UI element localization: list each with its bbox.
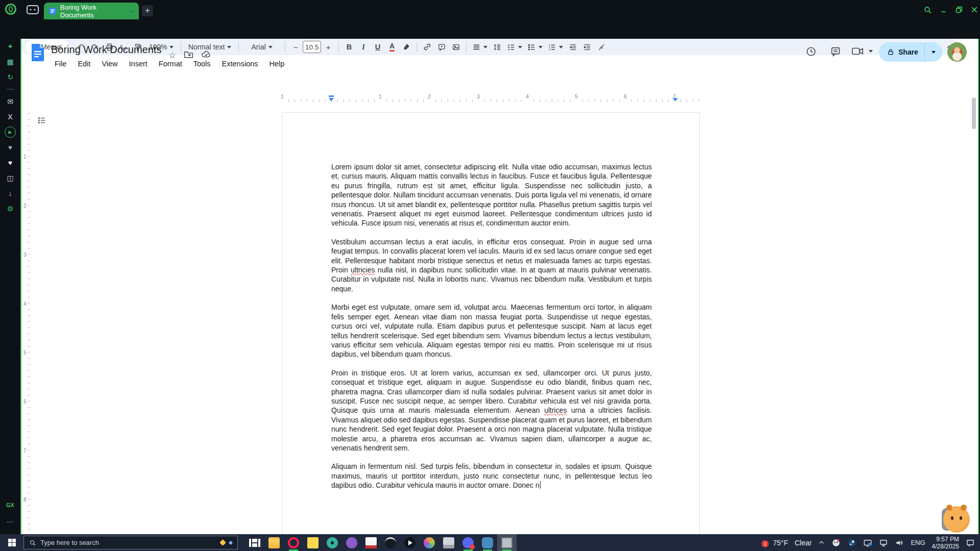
window-search-icon[interactable]	[922, 4, 933, 15]
comments-icon[interactable]	[830, 46, 841, 57]
italic-button[interactable]: I	[357, 40, 370, 54]
add-comment-button[interactable]	[435, 40, 448, 54]
menu-help[interactable]: Help	[265, 58, 289, 69]
text-color-button[interactable]: A	[385, 40, 399, 54]
menu-tools[interactable]: Tools	[189, 58, 215, 69]
github-desktop-icon[interactable]	[342, 534, 361, 551]
underline-button[interactable]: U	[371, 40, 384, 54]
clock[interactable]: 9:57 PM 4/28/2025	[932, 536, 959, 550]
paragraph[interactable]: Vestibulum accumsan lectus a erat iaculi…	[331, 237, 652, 293]
obs-studio-icon[interactable]	[381, 534, 400, 551]
menu-edit[interactable]: Edit	[73, 58, 95, 69]
share-button[interactable]: Share	[879, 42, 942, 62]
language-indicator[interactable]: ENG	[911, 539, 925, 546]
settings-icon[interactable]: ⚙	[0, 201, 20, 216]
bulleted-list-button[interactable]	[525, 40, 545, 54]
paragraph[interactable]: Aliquam in fermentum nisl. Sed turpis fe…	[331, 462, 652, 490]
vertical-ruler[interactable]: 12345678	[21, 93, 31, 534]
browser-tab[interactable]: Boring Work Documents –	[44, 3, 139, 19]
player-icon[interactable]: ▶	[0, 124, 20, 140]
menu-file[interactable]: File	[50, 58, 71, 69]
font-size-input[interactable]: 10.5	[303, 41, 321, 53]
sidebar-more-button[interactable]: ⋯	[0, 517, 20, 525]
gx-corner-icon[interactable]	[27, 5, 39, 14]
account-avatar[interactable]	[947, 42, 967, 62]
cloud-saved-icon[interactable]	[201, 50, 211, 58]
action-center-icon[interactable]	[966, 538, 975, 547]
steam-tray-icon[interactable]	[847, 538, 856, 547]
easy-setup-icon[interactable]: ↻	[0, 69, 20, 85]
weather-temp[interactable]: 75°F	[773, 539, 788, 547]
menu-extensions[interactable]: Extensions	[217, 58, 263, 69]
font-size-increase-button[interactable]: +	[322, 40, 335, 54]
notepad-plus-icon[interactable]	[361, 534, 381, 551]
godot-icon[interactable]	[478, 534, 497, 551]
insert-link-button[interactable]	[421, 40, 434, 54]
discord-tray-icon[interactable]	[831, 538, 841, 547]
window-close-button[interactable]	[969, 4, 980, 15]
insert-image-button[interactable]	[449, 40, 462, 54]
bold-button[interactable]: B	[342, 40, 356, 54]
downloads-icon[interactable]: ↓	[0, 186, 20, 201]
twitch-icon[interactable]: ◫	[0, 170, 20, 186]
window-restore-button[interactable]	[953, 4, 965, 15]
line-spacing-button[interactable]	[491, 40, 504, 54]
tray-expand-chevron[interactable]	[818, 539, 825, 546]
favorites-small-icon[interactable]: ♥	[0, 140, 20, 155]
weather-condition[interactable]: Clear	[795, 539, 812, 547]
right-indent-marker[interactable]	[673, 98, 678, 102]
new-tab-button[interactable]: +	[142, 5, 153, 16]
meet-video-icon[interactable]	[851, 46, 873, 56]
left-indent-marker[interactable]	[329, 98, 334, 102]
file-explorer-icon[interactable]	[264, 534, 284, 551]
font-select[interactable]: Arial	[242, 40, 281, 54]
m8-messenger-icon[interactable]: ✉	[0, 94, 20, 109]
printer-queue-icon[interactable]	[439, 534, 458, 551]
volume-tray-icon[interactable]	[895, 538, 904, 547]
x-social-icon[interactable]: X	[0, 109, 20, 124]
screenshot-tool-icon[interactable]	[497, 534, 517, 551]
workspace-icon[interactable]: ▦	[0, 54, 20, 69]
cast-tray-icon[interactable]	[863, 538, 872, 547]
task-view-icon[interactable]	[245, 534, 264, 551]
paint-app-icon[interactable]	[420, 534, 439, 551]
align-button[interactable]	[470, 40, 489, 54]
discord-icon[interactable]	[458, 534, 478, 551]
share-main[interactable]: Share	[879, 42, 924, 62]
document-outline-button[interactable]	[35, 113, 49, 128]
media-player-icon[interactable]	[400, 534, 420, 551]
favorites-icon[interactable]: ♥	[0, 155, 20, 170]
sticky-notes-icon[interactable]	[303, 534, 323, 551]
numbered-list-button[interactable]: 123	[546, 40, 565, 54]
menu-view[interactable]: View	[97, 58, 122, 69]
opera-gx-icon[interactable]	[284, 534, 303, 551]
first-line-indent-marker[interactable]	[329, 95, 334, 97]
gx-label[interactable]: GX	[0, 502, 20, 508]
opera-logo-icon[interactable]	[5, 4, 16, 15]
paragraph[interactable]: Lorem ipsum dolor sit amet, consectetur …	[331, 162, 652, 228]
font-size-decrease-button[interactable]: −	[289, 40, 302, 54]
scrollbar-thumb[interactable]	[972, 97, 976, 129]
decrease-indent-button[interactable]	[566, 40, 579, 54]
mascot-sticker[interactable]	[943, 506, 970, 533]
paragraph[interactable]: Proin in tristique eros. Ut at lorem var…	[331, 368, 652, 453]
docs-logo-icon[interactable]	[31, 43, 45, 62]
checklist-button[interactable]	[505, 40, 524, 54]
increase-indent-button[interactable]	[580, 40, 594, 54]
share-dropdown[interactable]	[924, 42, 942, 62]
document-text[interactable]: Lorem ipsum dolor sit amet, consectetur …	[331, 162, 652, 499]
document-title[interactable]: Boring Work Documents	[51, 44, 161, 56]
window-minimize-button[interactable]	[938, 4, 949, 15]
menu-format[interactable]: Format	[154, 58, 187, 69]
network-tray-icon[interactable]	[879, 538, 888, 547]
highlight-color-button[interactable]	[400, 40, 413, 54]
speed-dial-icon[interactable]: ✦	[0, 39, 20, 54]
paragraph[interactable]: Morbi eget est vulputate, ornare sem id,…	[331, 303, 652, 359]
teal-app-icon[interactable]	[323, 534, 342, 551]
taskbar-search[interactable]: Type here to search	[23, 536, 238, 549]
start-button[interactable]	[0, 534, 23, 551]
version-history-icon[interactable]	[805, 46, 817, 57]
menu-insert[interactable]: Insert	[125, 58, 152, 69]
horizontal-ruler[interactable]: 11234567	[21, 93, 978, 103]
move-folder-icon[interactable]	[184, 50, 193, 59]
